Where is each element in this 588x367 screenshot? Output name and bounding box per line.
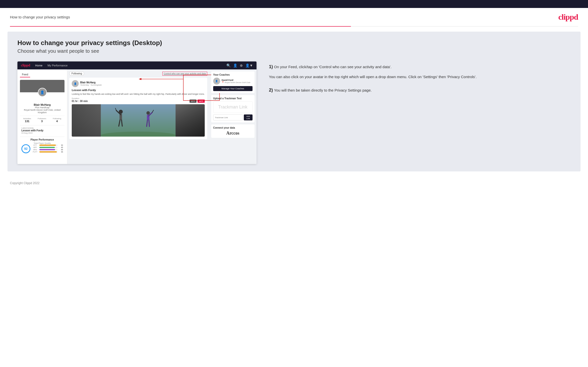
trackman-input[interactable]	[213, 114, 243, 120]
bar-fill	[39, 145, 56, 146]
stat-following-label: Following	[53, 117, 61, 120]
step1-content: 1) On your Feed, click/tap on 'Control w…	[269, 64, 571, 70]
connect-box: Connect your data Arccos	[211, 124, 255, 138]
instructions-panel: 1) On your Feed, click/tap on 'Control w…	[264, 61, 571, 101]
app-mockup: clippd Home My Performance 🔍 👤 ⊕ 👤▼ Feed	[17, 61, 257, 164]
avatar-nav-icon[interactable]: 👤▼	[245, 63, 253, 67]
trackman-box: Upload a Trackman Test Trackman Link Add…	[211, 95, 255, 122]
nav-performance[interactable]: My Performance	[48, 64, 68, 67]
step2-number: 2)	[269, 88, 273, 93]
instruction-step2: 2) You will then be taken directly to th…	[269, 87, 571, 93]
latest-activity-date: 03 Aug 2022	[21, 132, 63, 134]
bar-track	[39, 151, 58, 153]
coach-club: 📍 Royal North Devon Golf Club	[222, 81, 250, 84]
connect-brand: Arccos	[213, 131, 253, 136]
performance-title: Player Performance	[21, 138, 63, 141]
step1-text: On your Feed, click/tap on 'Control who …	[274, 65, 392, 69]
step2-text: You will then be taken directly to the P…	[274, 88, 372, 92]
badge-ott: OTT	[190, 100, 196, 103]
player-performance: Player Performance Total Player Quality …	[20, 137, 65, 155]
app-navbar: clippd Home My Performance 🔍 👤 ⊕ 👤▼	[17, 61, 257, 69]
app-sidebar: Feed 👤 Blair McHarg Plus Handicap Royal …	[17, 69, 67, 164]
profile-banner: 👤	[20, 80, 65, 92]
app-body: Feed 👤 Blair McHarg Plus Handicap Royal …	[17, 69, 257, 164]
footer: Copyright Clippd 2022	[0, 176, 588, 190]
instruction-step1: 1) On your Feed, click/tap on 'Control w…	[269, 64, 571, 80]
trackman-input-row: Add Link	[213, 114, 253, 120]
feed-tab[interactable]: Feed	[20, 72, 30, 77]
following-button[interactable]: Following	[69, 71, 84, 76]
nav-home[interactable]: Home	[35, 64, 42, 67]
connect-title: Connect your data	[213, 126, 253, 129]
tpq-row: 92 OTT 90 APP 85 ARG 86	[21, 144, 63, 153]
app-feed: Following Control who can see your activ…	[67, 69, 209, 164]
step1-extra-text: You can also click on your avatar in the…	[269, 75, 477, 79]
post-title: Lesson with Fordy	[72, 89, 205, 92]
stat-followers-value: 3	[38, 120, 46, 123]
post-card: 👤 Blair McHarg Yesterday · Sunningdale L…	[69, 78, 207, 139]
golf-illustration	[72, 104, 205, 137]
profile-name: Blair McHarg	[20, 103, 65, 106]
bar-fill	[39, 147, 55, 148]
performance-bar-row: PUTT 96	[32, 151, 63, 153]
stat-following-value: 4	[53, 120, 61, 123]
post-description: Looking to feel like my hands are exitin…	[72, 93, 205, 96]
location-icon: 📍	[222, 81, 224, 84]
stat-followers: Followers 3	[38, 117, 46, 123]
post-author-info: Blair McHarg Yesterday · Sunningdale	[80, 81, 102, 86]
performance-bar-row: APP 85	[32, 147, 63, 148]
bar-fill	[39, 151, 57, 153]
latest-activity: Latest Activity Lesson with Fordy 03 Aug…	[20, 125, 65, 136]
coaches-title: Your Coaches	[213, 73, 253, 76]
post-badges: OTT APP	[190, 100, 204, 103]
main-content: How to change your privacy settings (Des…	[7, 32, 581, 171]
stat-activities: Activities 131	[23, 117, 31, 123]
post-header: 👤 Blair McHarg Yesterday · Sunningdale	[72, 80, 205, 87]
logo: clippd	[558, 12, 578, 22]
app-right-panel: Your Coaches 👤 David Ford 📍 Royal North …	[209, 69, 257, 164]
bar-track	[39, 145, 58, 146]
bar-label: ARG	[32, 149, 38, 151]
profile-section: 👤 Blair McHarg Plus Handicap Royal North…	[20, 80, 65, 155]
content-area: clippd Home My Performance 🔍 👤 ⊕ 👤▼ Feed	[17, 61, 571, 164]
post-author: Blair McHarg	[80, 81, 102, 84]
duration-value: 01 hr : 30 min	[72, 100, 88, 103]
stat-followers-label: Followers	[38, 117, 46, 120]
coach-row: 👤 David Ford 📍 Royal North Devon Golf Cl…	[213, 78, 253, 85]
header-title: How to change your privacy settings	[10, 15, 70, 19]
profile-stats: Activities 131 Followers 3 Following 4	[20, 116, 65, 124]
latest-activity-name: Lesson with Fordy	[21, 129, 63, 132]
bar-value: 90	[59, 144, 63, 146]
bar-track	[39, 149, 58, 150]
stat-activities-label: Activities	[23, 117, 31, 120]
stat-activities-value: 131	[23, 120, 31, 123]
step1-extra: You can also click on your avatar in the…	[269, 74, 571, 80]
app-nav-icons: 🔍 👤 ⊕ 👤▼	[226, 63, 253, 67]
svg-line-17	[149, 120, 149, 126]
bar-label: OTT	[32, 144, 38, 146]
latest-activity-label: Latest Activity	[21, 127, 63, 129]
top-bar	[0, 0, 588, 8]
tpq-label: Total Player Quality	[21, 142, 63, 144]
manage-coaches-button[interactable]: Manage Your Coaches	[213, 86, 253, 91]
plus-icon[interactable]: ⊕	[240, 63, 243, 67]
stat-following: Following 4	[53, 117, 61, 123]
post-avatar: 👤	[72, 80, 79, 87]
bar-fill	[39, 149, 55, 150]
person-icon[interactable]: 👤	[233, 63, 237, 67]
privacy-link[interactable]: Control who can see your activity and da…	[162, 72, 207, 76]
post-meta: Yesterday · Sunningdale	[80, 84, 102, 86]
page-heading: How to change your privacy settings (Des…	[17, 39, 571, 47]
performance-bar-row: ARG 86	[32, 149, 63, 151]
bar-label: APP	[32, 147, 38, 148]
header-divider	[10, 26, 578, 27]
search-icon[interactable]: 🔍	[226, 63, 231, 67]
header: How to change your privacy settings clip…	[0, 8, 588, 26]
duration-row: 01 hr : 30 min OTT APP	[72, 100, 205, 103]
add-link-button[interactable]: Add Link	[244, 114, 253, 120]
bar-value: 85	[59, 147, 63, 148]
page-subheading: Choose what you want people to see	[17, 48, 571, 54]
step1-number: 1)	[269, 64, 273, 69]
following-row: Following Control who can see your activ…	[69, 71, 207, 76]
footer-text: Copyright Clippd 2022	[10, 181, 40, 185]
